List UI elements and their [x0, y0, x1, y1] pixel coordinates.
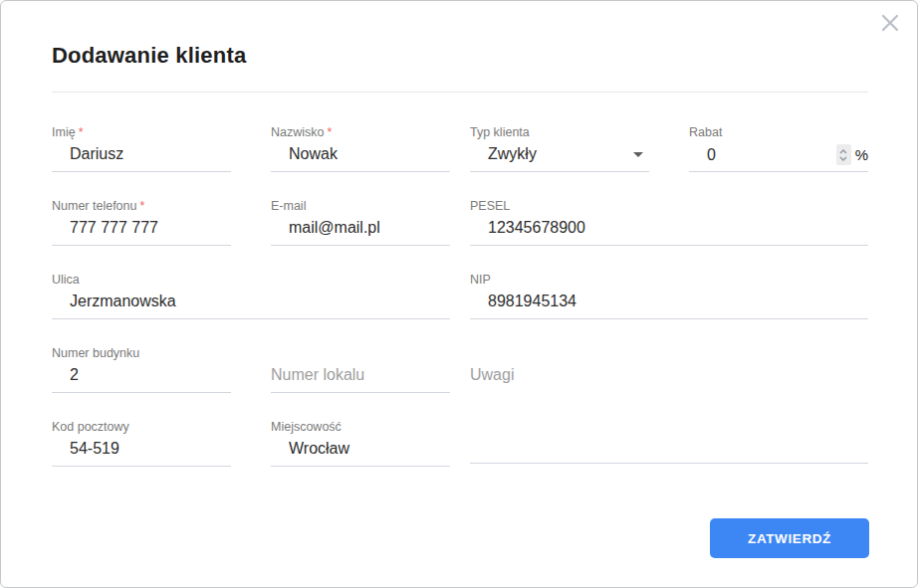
- close-button[interactable]: [877, 10, 903, 36]
- nip-label: NIP: [470, 272, 868, 288]
- street-label: Ulica: [52, 272, 450, 288]
- nip-input[interactable]: [470, 292, 868, 311]
- field-pesel: PESEL: [470, 198, 868, 246]
- field-last-name: Nazwisko*: [271, 124, 450, 172]
- postal-code-label: Kod pocztowy: [52, 419, 231, 435]
- last-name-label: Nazwisko*: [271, 124, 450, 140]
- discount-label: Rabat: [689, 124, 868, 140]
- required-asterisk: *: [79, 125, 84, 139]
- stepper-down-icon: [839, 156, 847, 161]
- field-notes: [470, 345, 868, 464]
- phone-input[interactable]: [52, 218, 231, 238]
- required-asterisk: *: [139, 199, 144, 213]
- stepper-up-icon: [839, 149, 847, 154]
- building-number-label: Numer budynku: [52, 345, 231, 361]
- notes-textarea[interactable]: [470, 365, 868, 463]
- field-apartment-number: [271, 345, 450, 393]
- client-type-select[interactable]: Zwykły: [470, 144, 649, 164]
- apartment-number-input[interactable]: [271, 365, 450, 385]
- street-input[interactable]: [52, 292, 450, 311]
- email-label: E-mail: [271, 198, 450, 214]
- field-postal-code: Kod pocztowy: [52, 419, 231, 467]
- first-name-label: Imię*: [52, 124, 231, 140]
- client-type-label: Typ klienta: [470, 124, 649, 140]
- discount-stepper[interactable]: [836, 144, 851, 165]
- field-building-number: Numer budynku: [52, 345, 231, 393]
- field-nip: NIP: [470, 272, 868, 319]
- client-type-value: Zwykły: [470, 144, 537, 164]
- pesel-label: PESEL: [470, 198, 868, 214]
- pesel-input[interactable]: [470, 218, 868, 238]
- field-city: Miejscowość: [271, 419, 450, 467]
- field-discount: Rabat %: [689, 124, 868, 172]
- field-client-type: Typ klienta Zwykły: [470, 124, 649, 172]
- discount-input[interactable]: [689, 145, 836, 165]
- last-name-input[interactable]: [271, 144, 450, 164]
- required-asterisk: *: [328, 125, 333, 139]
- city-input[interactable]: [271, 439, 450, 459]
- email-input[interactable]: [271, 218, 450, 238]
- dialog-title: Dodawanie klienta: [52, 43, 246, 69]
- chevron-down-icon: [633, 152, 643, 157]
- first-name-input[interactable]: [52, 144, 231, 164]
- city-label: Miejscowość: [271, 419, 450, 435]
- postal-code-input[interactable]: [52, 439, 231, 459]
- submit-button[interactable]: ZATWIERDŹ: [710, 518, 869, 558]
- percent-suffix: %: [855, 144, 868, 165]
- field-street: Ulica: [52, 272, 450, 319]
- field-phone: Numer telefonu*: [52, 198, 231, 246]
- field-email: E-mail: [271, 198, 450, 246]
- building-number-input[interactable]: [52, 365, 231, 385]
- add-client-dialog: Dodawanie klienta Imię* Nazwisko* Typ kl…: [0, 0, 918, 588]
- close-icon: [880, 13, 900, 33]
- field-first-name: Imię*: [52, 124, 231, 172]
- header-divider: [52, 92, 868, 93]
- phone-label: Numer telefonu*: [52, 198, 231, 214]
